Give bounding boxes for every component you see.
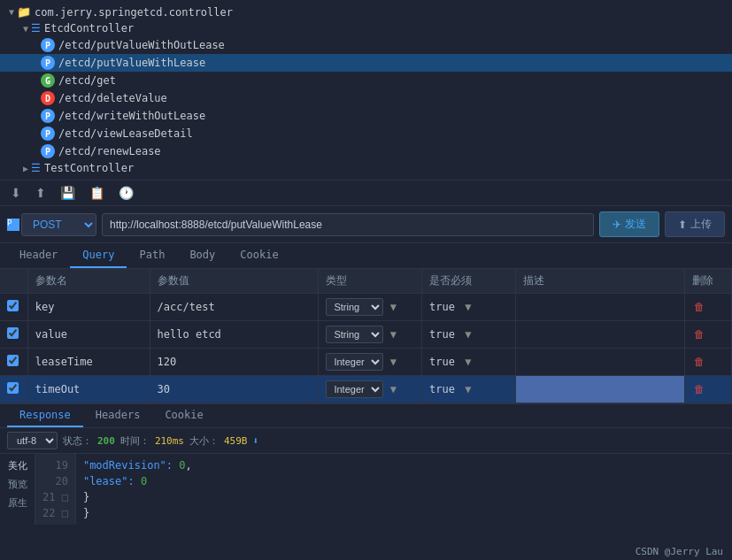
toolbar-upload-btn[interactable]: ⬆ [32,184,50,202]
th-param-name: 参数名 [27,269,150,294]
tree-controller-etcd[interactable]: ▼ ☰ EtcdController [0,20,732,36]
tree-root-package[interactable]: ▼ 📁 com.jerry.springetcd.controller [0,4,732,20]
encoding-select[interactable]: utf-8 [7,432,58,449]
row-delete-btn-2[interactable]: 🗑 [692,354,706,370]
response-size: 459B [224,435,248,447]
row-name-3[interactable]: timeOut [27,376,150,403]
row-desc-3[interactable] [516,376,685,403]
response-time: 210ms [155,435,184,447]
row-checkbox-0[interactable] [7,300,19,311]
toolbar-history-btn[interactable]: 🕐 [115,184,137,202]
tab-body[interactable]: Body [177,243,227,268]
code-key-19: "modRevision": [83,459,179,472]
row-desc-2[interactable] [516,349,685,376]
row-value-1[interactable]: hello etcd [150,321,319,349]
code-line-22: } [83,505,725,521]
row-type-arrow-3: ▼ [390,383,397,395]
toolbar-download-btn[interactable]: ⬇ [7,184,25,202]
row-checkbox-2[interactable] [7,355,19,366]
status-label: 状态： [63,434,92,448]
upload-button[interactable]: ⬆ 上传 [665,211,725,237]
table-row: value hello etcd StringInteger ▼ true ▼ … [0,321,732,349]
endpoint-path-2: /etcd/get [58,74,116,87]
tab-path[interactable]: Path [127,243,177,268]
row-delete-cell-0: 🗑 [684,294,731,321]
method-icon-g: G [41,73,55,88]
row-desc-0[interactable] [516,294,685,321]
row-type-cell-0: StringInteger ▼ [319,294,422,321]
code-area: 美化 预览 原生 19 20 21 □ 22 □ "modRevision": … [0,454,732,525]
tree-endpoint-5[interactable]: P /etcd/viewLeaseDetail [0,125,732,142]
row-value-3[interactable]: 30 [150,376,319,403]
row-delete-cell-3: 🗑 [684,376,731,403]
tree-endpoint-1[interactable]: P /etcd/putValueWithLease [0,54,732,72]
response-tabs: Response Headers Cookie [0,403,732,428]
view-preview[interactable]: 预览 [8,476,27,493]
row-desc-1[interactable] [516,321,685,349]
row-name-0[interactable]: key [27,294,150,321]
endpoint-path-3: /etcd/deleteValue [58,92,167,104]
upload-label: 上传 [690,217,712,232]
line-num-20: 20 [42,473,68,489]
row-type-select-2[interactable]: IntegerString [326,353,383,371]
etcd-controller-label: EtcdController [44,22,134,35]
request-bar: P POST GET PUT DELETE ✈ 发送 ⬆ 上传 [0,206,732,243]
row-type-select-0[interactable]: StringInteger [326,298,383,316]
row-type-cell-2: IntegerString ▼ [319,349,422,376]
tree-controller-test[interactable]: ▶ ☰ TestController [0,160,732,176]
tree-endpoint-3[interactable]: D /etcd/deleteValue [0,89,732,107]
send-button[interactable]: ✈ 发送 [599,211,659,237]
row-checkbox-cell [0,294,27,321]
row-name-2[interactable]: leaseTime [27,349,150,376]
tree-endpoint-2[interactable]: G /etcd/get [0,72,732,89]
view-raw[interactable]: 原生 [8,495,27,511]
row-type-select-3[interactable]: IntegerString [326,380,383,398]
tab-header[interactable]: Header [7,243,70,268]
size-label: 大小： [189,434,219,448]
th-param-value: 参数值 [150,269,319,294]
request-method-icon: P [7,219,19,231]
code-comma-19: , [186,459,192,472]
row-type-cell-1: StringInteger ▼ [319,321,422,349]
endpoint-path-0: /etcd/putValueWithOutLease [58,39,225,51]
code-num-19: 0 [179,459,185,472]
row-delete-cell-1: 🗑 [684,321,731,349]
code-brace-21: } [83,491,89,503]
row-value-2[interactable]: 120 [150,349,319,376]
response-tab-cookie[interactable]: Cookie [152,404,215,427]
row-delete-btn-1[interactable]: 🗑 [692,326,706,342]
row-required-cell-3: true ▼ [422,376,516,403]
code-content: "modRevision": 0, "lease": 0 } } [76,454,732,525]
row-delete-btn-3[interactable]: 🗑 [692,381,706,397]
view-beautify[interactable]: 美化 [8,457,27,474]
line-num-21: 21 □ [42,489,68,505]
row-checkbox-3[interactable] [7,382,19,394]
method-icon-p: P [41,38,55,52]
row-type-select-1[interactable]: StringInteger [326,326,383,343]
row-name-1[interactable]: value [27,321,150,349]
response-tab-response[interactable]: Response [7,404,83,427]
url-input[interactable] [102,213,594,236]
tree-endpoint-0[interactable]: P /etcd/putValueWithOutLease [0,36,732,54]
table-row: leaseTime 120 IntegerString ▼ true ▼ 🗑 [0,349,732,376]
th-param-delete: 删除 [684,269,731,294]
download-icon[interactable]: ⬇ [253,435,259,447]
toolbar-copy-btn[interactable]: 📋 [86,184,108,202]
response-tab-headers[interactable]: Headers [83,404,153,427]
method-icon-p4: P [41,109,55,123]
row-required-arrow-2: ▼ [465,356,471,368]
row-value-0[interactable]: /acc/test [150,294,319,321]
tab-cookie[interactable]: Cookie [227,243,290,268]
root-package-label: com.jerry.springetcd.controller [35,6,233,19]
th-param-required: 是否必须 [422,269,516,294]
tree-endpoint-6[interactable]: P /etcd/renewLease [0,142,732,160]
toolbar-save-btn[interactable]: 💾 [57,184,79,202]
method-icon-p1: P [41,56,55,70]
th-param-type: 类型 [319,269,422,294]
tab-query[interactable]: Query [70,243,127,268]
row-checkbox-1[interactable] [7,327,19,339]
row-delete-btn-0[interactable]: 🗑 [692,299,706,315]
test-controller-label: TestController [44,162,134,174]
tree-endpoint-4[interactable]: P /etcd/writeWithOutLease [0,107,732,125]
method-select[interactable]: POST GET PUT DELETE [21,213,96,236]
